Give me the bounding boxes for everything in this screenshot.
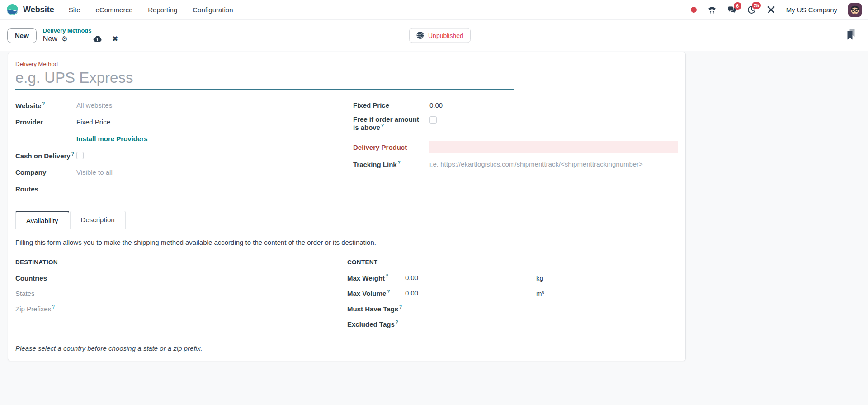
delivery-method-name-input[interactable] [15,67,514,90]
menu-reporting[interactable]: Reporting [148,6,177,14]
website-field: Website? All websites [15,97,353,114]
destination-header: DESTINATION [15,259,332,270]
company-field: Company Visible to all [15,164,353,181]
states-label: States [15,290,332,297]
max-volume-label: Max Volume? [347,289,405,297]
tracking-link-field: Tracking Link? i.e. https://ekartlogisti… [353,156,678,172]
destination-section: DESTINATION Countries States Zip Prefixe… [15,259,332,332]
website-help-icon: ? [42,101,45,106]
content-section: CONTENT Max Weight? kg Max Volume? m³ Mu… [347,259,664,332]
menu-ecommerce[interactable]: eCommerce [96,6,133,14]
tab-description[interactable]: Description [70,211,126,229]
content-area: Delivery Method Website? All websites Pr… [0,51,868,405]
top-menus: Site eCommerce Reporting Configuration [69,6,233,14]
top-nav-bar: Website Site eCommerce Reporting Configu… [0,0,868,20]
discard-button[interactable]: ✖ [112,35,118,43]
gear-icon[interactable]: ⚙ [61,34,68,43]
countries-field: Countries [15,270,332,286]
menu-site[interactable]: Site [69,6,80,14]
website-input[interactable]: All websites [76,101,112,109]
availability-intro: Filling this form allows you to make the… [15,238,678,246]
delivery-product-field: Delivery Product [353,139,678,156]
dirty-indicator: ✖ [92,35,118,43]
install-providers-row: Install more Providers [15,130,353,147]
max-weight-label: Max Weight? [347,274,405,282]
max-weight-input[interactable] [405,274,486,281]
left-column: Website? All websites Provider Fixed Pri… [15,97,353,197]
provider-select[interactable]: Fixed Price [76,118,110,126]
tracking-link-help-icon: ? [398,160,401,165]
zip-prefixes-label: Zip Prefixes? [15,305,73,313]
unpublished-label: Unpublished [428,32,463,39]
activities-badge: 25 [752,2,761,9]
countries-label: Countries [15,274,332,282]
menu-configuration[interactable]: Configuration [193,6,233,14]
cash-on-delivery-field: Cash on Delivery? [15,147,353,164]
states-field: States [15,286,332,301]
tracking-link-input[interactable]: i.e. https://ekartlogistics.com/shipment… [429,160,643,168]
website-label: Website? [15,101,76,110]
cloud-upload-icon [92,35,102,43]
save-button[interactable] [92,35,102,43]
zip-prefixes-help-icon: ? [52,305,55,310]
must-have-tags-field: Must Have Tags? [347,301,664,316]
breadcrumb: Delivery Methods New ⚙ ✖ [43,27,118,43]
availability-sections: DESTINATION Countries States Zip Prefixe… [15,259,678,332]
delivery-product-label: Delivery Product [353,143,429,151]
zip-prefixes-field: Zip Prefixes? [15,301,332,316]
free-over-help-icon: ? [381,123,384,128]
debug-tools[interactable] [767,5,775,14]
globe-icon [416,32,424,39]
company-label: Company [15,168,76,176]
activities-tray[interactable]: 25 [747,5,756,14]
website-app-icon [6,4,19,16]
must-have-tags-label: Must Have Tags? [347,305,402,313]
bookmark-icon[interactable] [846,29,856,43]
fixed-price-input[interactable] [429,101,511,109]
app-switcher[interactable]: Website [6,4,54,16]
name-field-block: Delivery Method [15,61,678,90]
right-column: Fixed Price Free if order amount is abov… [353,97,678,197]
routes-input[interactable] [76,184,353,195]
breadcrumb-delivery-methods[interactable]: Delivery Methods [43,27,118,34]
user-menu[interactable] [848,3,862,17]
cash-on-delivery-checkbox[interactable] [76,152,84,159]
routes-field: Routes [15,181,353,197]
max-volume-input[interactable] [405,289,486,297]
delivery-method-form: Delivery Method Website? All websites Pr… [8,52,686,361]
voip-phone-icon[interactable] [708,6,717,14]
app-name[interactable]: Website [23,5,54,14]
notebook-tabs: Availability Description [8,211,685,229]
provider-label: Provider [15,118,76,126]
breadcrumb-current: New [43,34,57,43]
status-dot-icon[interactable] [691,7,697,13]
excluded-tags-label: Excluded Tags? [347,320,398,328]
free-over-checkbox[interactable] [429,116,437,124]
excluded-tags-input[interactable] [398,319,664,329]
cash-on-delivery-help-icon: ? [71,152,74,157]
company-switcher[interactable]: My US Company [786,6,837,14]
messages-tray[interactable]: 6 [727,6,736,14]
max-volume-field: Max Volume? m³ [347,286,664,301]
free-over-field: Free if order amount is above? [353,114,678,139]
phone-icon [708,6,717,14]
tools-icon [767,5,775,14]
fixed-price-label: Fixed Price [353,101,429,109]
company-input[interactable]: Visible to all [76,168,113,176]
delivery-product-input[interactable] [429,141,678,153]
provider-field: Provider Fixed Price [15,114,353,130]
control-panel: New Delivery Methods New ⚙ ✖ Unpublished [0,20,868,51]
routes-label: Routes [15,185,76,193]
max-volume-unit: m³ [536,290,544,297]
new-button[interactable]: New [7,28,37,43]
unpublished-toggle[interactable]: Unpublished [409,28,471,43]
excluded-tags-field: Excluded Tags? [347,316,664,332]
max-weight-field: Max Weight? kg [347,270,664,286]
zip-prefixes-input [73,303,332,314]
tab-availability[interactable]: Availability [15,211,69,229]
messages-badge: 6 [734,2,741,10]
must-have-tags-input[interactable] [402,303,664,314]
install-more-providers-link[interactable]: Install more Providers [76,135,148,143]
free-over-label: Free if order amount is above? [353,115,429,131]
cash-on-delivery-label: Cash on Delivery? [15,152,76,160]
